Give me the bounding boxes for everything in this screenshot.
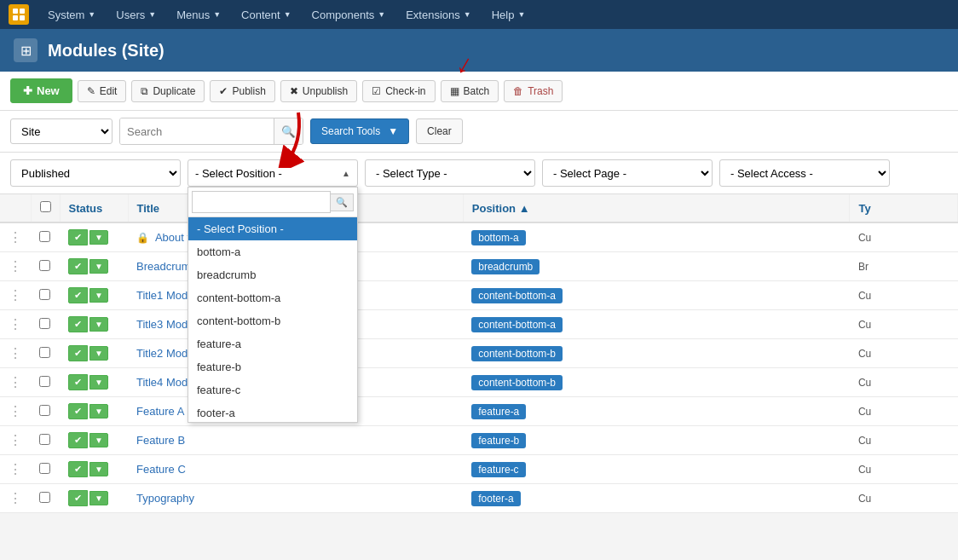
dropdown-search-input[interactable] (192, 191, 331, 213)
type-cell: Cu (850, 339, 958, 368)
status-filter[interactable]: Published (10, 159, 181, 187)
duplicate-button[interactable]: ⧉ Duplicate (131, 80, 205, 102)
title-link[interactable]: Feature A (136, 405, 184, 418)
position-filter[interactable]: - Select Position - ▲ (188, 159, 358, 187)
new-button[interactable]: ✚ New (10, 78, 72, 103)
status-check-btn[interactable]: ✔ (68, 258, 88, 274)
row-checkbox[interactable] (39, 289, 50, 300)
status-check-btn[interactable]: ✔ (68, 345, 88, 361)
drag-handle[interactable]: ⋮ (9, 346, 22, 361)
drag-handle[interactable]: ⋮ (9, 317, 22, 332)
position-option-5[interactable]: feature-a (188, 332, 357, 355)
drag-handle[interactable]: ⋮ (9, 462, 22, 476)
row-checkbox[interactable] (39, 318, 50, 329)
type-filter[interactable]: - Select Type - (365, 159, 535, 187)
title-link[interactable]: Feature C (136, 463, 186, 476)
status-check-btn[interactable]: ✔ (68, 316, 88, 332)
status-caret-btn[interactable]: ▼ (89, 259, 108, 274)
position-cell: content-bottom-a (463, 281, 850, 310)
drag-handle[interactable]: ⋮ (9, 230, 22, 245)
th-position[interactable]: Position ▲ (463, 194, 850, 222)
status-check-btn[interactable]: ✔ (68, 287, 88, 303)
drag-handle[interactable]: ⋮ (9, 288, 22, 303)
nav-help[interactable]: Help ▼ (483, 0, 534, 29)
status-check-btn[interactable]: ✔ (68, 490, 88, 506)
search-tools-button[interactable]: Search Tools ▼ (310, 118, 409, 144)
table-row: ⋮ ✔ ▼ Breadcrumbs breadcrumb Br (0, 252, 958, 281)
drag-handle[interactable]: ⋮ (9, 375, 22, 390)
search-input[interactable] (120, 118, 274, 144)
drag-cell: ⋮ (0, 310, 31, 339)
nav-users[interactable]: Users ▼ (107, 0, 164, 29)
row-checkbox[interactable] (39, 347, 50, 358)
batch-button[interactable]: ▦ Batch ↓ (441, 80, 499, 102)
row-checkbox[interactable] (39, 463, 50, 474)
status-caret-btn[interactable]: ▼ (89, 404, 108, 419)
position-option-0[interactable]: - Select Position - (188, 217, 357, 240)
status-btn-group: ✔ ▼ (68, 258, 119, 274)
drag-handle[interactable]: ⋮ (9, 491, 22, 505)
status-check-btn[interactable]: ✔ (68, 374, 88, 390)
status-check-btn[interactable]: ✔ (68, 461, 88, 477)
drag-handle[interactable]: ⋮ (9, 259, 22, 274)
title-link[interactable]: Feature B (136, 434, 185, 447)
position-option-4[interactable]: content-bottom-b (188, 309, 357, 332)
status-caret-btn[interactable]: ▼ (89, 491, 108, 505)
trash-button[interactable]: 🗑 Trash (504, 80, 563, 102)
table-row: ⋮ ✔ ▼ Feature B feature-b Cu (0, 426, 958, 455)
page-filter[interactable]: - Select Page - (542, 159, 713, 187)
access-filter[interactable]: - Select Access - (719, 159, 890, 187)
select-all-checkbox[interactable] (40, 201, 51, 212)
edit-button[interactable]: ✎ Edit (78, 80, 127, 102)
row-checkbox[interactable] (39, 492, 50, 503)
title-link[interactable]: Typography (136, 492, 194, 505)
position-caret: ▲ (342, 169, 350, 178)
drag-handle[interactable]: ⋮ (9, 433, 22, 447)
position-option-8[interactable]: footer-a (188, 401, 357, 422)
joomla-logo (9, 4, 29, 25)
status-check-btn[interactable]: ✔ (68, 403, 88, 419)
table-row: ⋮ ✔ ▼ Feature A feature-a Cu (0, 397, 958, 426)
search-icon-button[interactable]: 🔍 (274, 118, 303, 144)
status-caret-btn[interactable]: ▼ (89, 433, 108, 447)
nav-system[interactable]: System ▼ (39, 0, 104, 29)
row-checkbox[interactable] (39, 405, 50, 416)
table-header-row: Status Title Position ▲ Ty (0, 194, 958, 222)
checkin-button[interactable]: ☑ Check-in (362, 80, 435, 102)
status-caret-btn[interactable]: ▼ (89, 288, 108, 303)
row-checkbox[interactable] (39, 260, 50, 271)
position-badge: bottom-a (471, 230, 525, 245)
status-check-btn[interactable]: ✔ (68, 432, 88, 448)
site-select[interactable]: Site (10, 118, 113, 144)
position-option-3[interactable]: content-bottom-a (188, 286, 357, 309)
nav-content[interactable]: Content ▼ (233, 0, 299, 29)
nav-components[interactable]: Components ▼ (303, 0, 395, 29)
plus-icon: ✚ (23, 84, 32, 97)
dropdown-list: - Select Position - bottom-a breadcrumb … (188, 217, 357, 422)
row-checkbox[interactable] (39, 231, 50, 242)
status-cell: ✔ ▼ (60, 222, 128, 252)
checkbox-cell (31, 397, 60, 426)
status-caret-btn[interactable]: ▼ (89, 230, 108, 245)
drag-handle[interactable]: ⋮ (9, 404, 22, 419)
status-caret-btn[interactable]: ▼ (89, 375, 108, 390)
position-option-6[interactable]: feature-b (188, 355, 357, 378)
position-cell: footer-a (463, 484, 850, 513)
position-option-7[interactable]: feature-c (188, 378, 357, 401)
row-checkbox[interactable] (39, 376, 50, 387)
type-cell: Cu (850, 310, 958, 339)
status-caret-btn[interactable]: ▼ (89, 462, 108, 476)
dropdown-search-button[interactable]: 🔍 (331, 193, 354, 211)
nav-menus[interactable]: Menus ▼ (168, 0, 229, 29)
position-option-2[interactable]: breadcrumb (188, 263, 357, 286)
row-checkbox[interactable] (39, 434, 50, 445)
status-caret-btn[interactable]: ▼ (89, 317, 108, 332)
nav-extensions[interactable]: Extensions ▼ (397, 0, 480, 29)
position-option-1[interactable]: bottom-a (188, 240, 357, 263)
publish-button[interactable]: ✔ Publish (210, 80, 274, 102)
status-check-btn[interactable]: ✔ (68, 229, 88, 245)
unpublish-button[interactable]: ✖ Unpublish (280, 80, 357, 102)
table-body: ⋮ ✔ ▼ 🔒 About the... bottom-a Cu ⋮ ✔ ▼ (0, 222, 958, 513)
clear-button[interactable]: Clear (416, 118, 463, 144)
status-caret-btn[interactable]: ▼ (89, 346, 108, 361)
